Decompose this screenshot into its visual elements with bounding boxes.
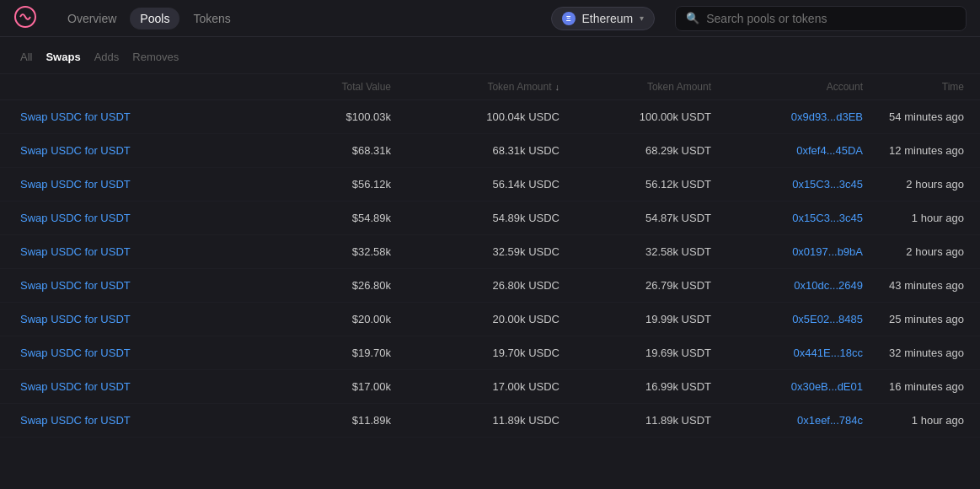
row-action[interactable]: Swap USDC for USDT [20, 279, 256, 292]
row-token-amount-1: 32.59k USDC [391, 245, 560, 258]
row-total-value: $54.89k [256, 212, 391, 224]
content: All Swaps Adds Removes Total Value Token… [0, 37, 980, 438]
row-token-amount-2: 56.12k USDT [560, 178, 711, 191]
row-account[interactable]: 0x5E02...8485 [711, 313, 863, 325]
row-total-value: $32.58k [256, 245, 391, 258]
col-header-account: Account [711, 81, 863, 93]
table-row: Swap USDC for USDT $32.58k 32.59k USDC 3… [0, 235, 980, 269]
row-time: 43 minutes ago [863, 279, 964, 292]
filter-tab-removes[interactable]: Removes [132, 49, 179, 65]
row-token-amount-1: 20.00k USDC [391, 313, 560, 325]
row-total-value: $11.89k [256, 414, 391, 427]
row-token-amount-1: 56.14k USDC [391, 178, 560, 191]
row-total-value: $68.31k [256, 144, 391, 157]
row-token-amount-2: 19.99k USDT [560, 313, 711, 325]
table-row: Swap USDC for USDT $100.03k 100.04k USDC… [0, 100, 980, 134]
col-header-token-amount-2: Token Amount [560, 81, 711, 93]
row-token-amount-1: 26.80k USDC [391, 279, 560, 292]
row-account[interactable]: 0x30eB...dE01 [711, 380, 863, 393]
table-row: Swap USDC for USDT $54.89k 54.89k USDC 5… [0, 202, 980, 235]
row-total-value: $20.00k [256, 313, 391, 325]
search-bar: 🔍 [675, 6, 967, 31]
table-header: Total Value Token Amount ↓ Token Amount … [0, 74, 980, 100]
row-time: 16 minutes ago [863, 380, 964, 393]
row-token-amount-2: 54.87k USDT [560, 212, 711, 224]
row-token-amount-1: 17.00k USDC [391, 380, 560, 393]
row-action[interactable]: Swap USDC for USDT [20, 212, 256, 224]
table-row: Swap USDC for USDT $17.00k 17.00k USDC 1… [0, 370, 980, 404]
filter-tab-adds[interactable]: Adds [94, 49, 120, 65]
row-total-value: $100.03k [256, 110, 391, 123]
network-name: Ethereum [582, 12, 634, 25]
row-action[interactable]: Swap USDC for USDT [20, 245, 256, 258]
row-action[interactable]: Swap USDC for USDT [20, 313, 256, 325]
row-time: 54 minutes ago [863, 110, 964, 123]
row-time: 32 minutes ago [863, 347, 964, 359]
col-header-time: Time [863, 81, 964, 93]
row-account[interactable]: 0x441E...18cc [711, 347, 863, 359]
row-action[interactable]: Swap USDC for USDT [20, 414, 256, 427]
filter-tab-all[interactable]: All [20, 49, 32, 65]
row-time: 25 minutes ago [863, 313, 964, 325]
row-time: 1 hour ago [863, 414, 964, 427]
table: Total Value Token Amount ↓ Token Amount … [0, 74, 980, 438]
chevron-down-icon: ▾ [640, 13, 644, 23]
row-token-amount-1: 11.89k USDC [391, 414, 560, 427]
row-token-amount-2: 11.89k USDT [560, 414, 711, 427]
row-time: 2 hours ago [863, 178, 964, 191]
row-action[interactable]: Swap USDC for USDT [20, 347, 256, 359]
table-body: Swap USDC for USDT $100.03k 100.04k USDC… [0, 100, 980, 438]
row-account[interactable]: 0x0197...b9bA [711, 245, 863, 258]
row-action[interactable]: Swap USDC for USDT [20, 178, 256, 191]
table-row: Swap USDC for USDT $20.00k 20.00k USDC 1… [0, 303, 980, 336]
row-total-value: $26.80k [256, 279, 391, 292]
search-icon: 🔍 [686, 12, 699, 24]
col-header-action [20, 81, 256, 93]
filter-row: All Swaps Adds Removes [0, 37, 980, 74]
table-row: Swap USDC for USDT $19.70k 19.70k USDC 1… [0, 336, 980, 370]
table-row: Swap USDC for USDT $26.80k 26.80k USDC 2… [0, 269, 980, 303]
network-selector[interactable]: Ξ Ethereum ▾ [551, 7, 656, 30]
nav-overview[interactable]: Overview [57, 8, 126, 30]
row-account[interactable]: 0x15C3...3c45 [711, 212, 863, 224]
row-action[interactable]: Swap USDC for USDT [20, 144, 256, 157]
row-account[interactable]: 0x10dc...2649 [711, 279, 863, 292]
row-account[interactable]: 0x9d93...d3EB [711, 110, 863, 123]
row-account[interactable]: 0x1eef...784c [711, 414, 863, 427]
row-total-value: $19.70k [256, 347, 391, 359]
row-token-amount-2: 68.29k USDT [560, 144, 711, 157]
nav-pools[interactable]: Pools [130, 8, 179, 30]
col-header-total-value: Total Value [256, 81, 391, 93]
network-icon: Ξ [562, 12, 576, 25]
row-token-amount-2: 100.00k USDT [560, 110, 711, 123]
row-account[interactable]: 0xfef4...45DA [711, 144, 863, 157]
row-action[interactable]: Swap USDC for USDT [20, 110, 256, 123]
search-input[interactable] [706, 12, 956, 25]
row-token-amount-2: 32.58k USDT [560, 245, 711, 258]
row-total-value: $56.12k [256, 178, 391, 191]
col-header-token-amount-1[interactable]: Token Amount ↓ [391, 81, 560, 93]
row-token-amount-2: 16.99k USDT [560, 380, 711, 393]
row-account[interactable]: 0x15C3...3c45 [711, 178, 863, 191]
logo[interactable] [13, 5, 37, 31]
row-token-amount-1: 68.31k USDC [391, 144, 560, 157]
nav-items: Overview Pools Tokens [57, 8, 241, 30]
table-row: Swap USDC for USDT $68.31k 68.31k USDC 6… [0, 134, 980, 168]
table-row: Swap USDC for USDT $11.89k 11.89k USDC 1… [0, 404, 980, 438]
row-token-amount-1: 19.70k USDC [391, 347, 560, 359]
table-row: Swap USDC for USDT $56.12k 56.14k USDC 5… [0, 168, 980, 202]
top-nav: Overview Pools Tokens Ξ Ethereum ▾ 🔍 [0, 0, 980, 37]
nav-tokens[interactable]: Tokens [183, 8, 240, 30]
row-token-amount-1: 100.04k USDC [391, 110, 560, 123]
row-token-amount-2: 26.79k USDT [560, 279, 711, 292]
row-token-amount-1: 54.89k USDC [391, 212, 560, 224]
filter-tab-swaps[interactable]: Swaps [46, 49, 80, 65]
row-time: 12 minutes ago [863, 144, 964, 157]
row-action[interactable]: Swap USDC for USDT [20, 380, 256, 393]
row-token-amount-2: 19.69k USDT [560, 347, 711, 359]
row-time: 1 hour ago [863, 212, 964, 224]
row-time: 2 hours ago [863, 245, 964, 258]
row-total-value: $17.00k [256, 380, 391, 393]
